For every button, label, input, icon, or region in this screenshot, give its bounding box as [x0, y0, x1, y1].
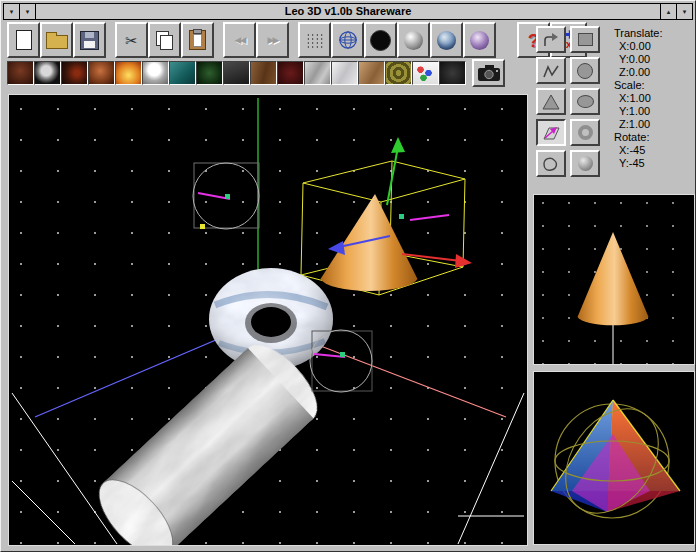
triangle-icon [541, 94, 561, 110]
minimize-button[interactable]: ▴ [660, 4, 676, 19]
maximize-button[interactable]: ▾ [676, 4, 692, 19]
shape-tool-palette [536, 26, 604, 177]
scene-canvas [9, 95, 527, 545]
texture-swatch-sandstone[interactable] [358, 61, 385, 85]
texture-swatch-fire-orange[interactable] [115, 61, 142, 85]
texture-swatch-marble-gray[interactable] [304, 61, 331, 85]
ellipse-icon [577, 95, 594, 108]
scale-z-value: Z:1.00 [614, 118, 696, 131]
scale-y-value: Y:1.00 [614, 105, 696, 118]
back-button[interactable]: ◀◀ [223, 22, 256, 58]
texture-palette [7, 60, 505, 86]
torus-ring-icon [578, 125, 593, 140]
torus-tool-button[interactable] [570, 119, 600, 146]
rotate-label: Rotate: [614, 131, 696, 144]
paste-button[interactable] [181, 22, 214, 58]
save-floppy-icon [80, 31, 99, 50]
texture-swatch-spiral-olive[interactable] [385, 61, 412, 85]
texture-swatch-charcoal[interactable] [223, 61, 250, 85]
app-window: ▾ ▾ Leo 3D v1.0b Shareware ▴ ▾ ✂ ◀◀ ▶▶ [0, 0, 696, 552]
wireframe-globe-icon [338, 30, 358, 50]
window-menu-glyph: ▾ [26, 8, 30, 16]
forward-arrows-icon: ▶▶ [268, 36, 278, 45]
textured-sphere-icon [437, 31, 456, 50]
cone-tool-button[interactable] [536, 88, 566, 115]
ellipsoid-tool-button[interactable] [570, 88, 600, 115]
freeform-blob-icon [541, 155, 561, 172]
wireframe-view-button[interactable] [331, 22, 364, 58]
copy-icon [156, 31, 169, 46]
window-menu-button[interactable]: ▾ [20, 4, 36, 19]
textured-view-button[interactable] [430, 22, 463, 58]
camera-icon [477, 65, 501, 82]
parallelogram-arrow-icon [541, 125, 561, 141]
camera-orbit-preview[interactable] [533, 371, 695, 545]
side-view-preview[interactable] [533, 194, 695, 365]
scale-x-value: X:1.00 [614, 92, 696, 105]
open-folder-icon [46, 35, 68, 49]
handle-yellow-1[interactable] [200, 224, 205, 229]
translate-tool-button[interactable] [536, 119, 566, 146]
texture-swatch-mars-red[interactable] [88, 61, 115, 85]
texture-swatch-sea-teal[interactable] [169, 61, 196, 85]
texture-swatch-lava-rock[interactable] [61, 61, 88, 85]
texture-swatch-slate-dark[interactable] [439, 61, 466, 85]
rotate-x-value: X:-45 [614, 144, 696, 157]
circle-icon [577, 63, 593, 79]
system-menu-glyph: ▾ [10, 8, 14, 16]
forward-button[interactable]: ▶▶ [256, 22, 289, 58]
shaded-view-button[interactable] [397, 22, 430, 58]
back-arrows-icon: ◀◀ [235, 36, 245, 45]
texture-swatch-marble-white[interactable] [331, 61, 358, 85]
handle-green-2[interactable] [399, 214, 404, 219]
texture-swatch-planet-gray[interactable] [34, 61, 61, 85]
dot-grid-icon [305, 32, 324, 48]
scissors-icon: ✂ [125, 33, 138, 48]
scale-label: Scale: [614, 79, 696, 92]
cut-button[interactable]: ✂ [115, 22, 148, 58]
system-menu-button[interactable]: ▾ [4, 4, 20, 19]
translate-z-value: Z:0.00 [614, 66, 696, 79]
texture-swatch-cloud-sphere[interactable] [142, 61, 169, 85]
shaded-sphere-icon [404, 31, 423, 50]
save-file-button[interactable] [73, 22, 106, 58]
new-file-button[interactable] [7, 22, 40, 58]
transform-status: Translate: X:0.00 Y:0.00 Z:0.00 Scale: X… [614, 27, 696, 170]
flat-sphere-icon [370, 30, 391, 51]
rendered-sphere-icon [470, 31, 489, 50]
handle-green-1[interactable] [225, 194, 230, 199]
texture-swatch-moss-green[interactable] [196, 61, 223, 85]
grid-view-button[interactable] [298, 22, 331, 58]
handle-green-3[interactable] [340, 352, 345, 357]
translate-x-value: X:0.00 [614, 40, 696, 53]
box-icon [578, 33, 593, 46]
bend-arrow-icon [541, 32, 561, 48]
texture-swatch-color-palette[interactable] [412, 61, 439, 85]
polyline-tool-button[interactable] [536, 57, 566, 84]
polyline-icon [541, 63, 561, 79]
sphere-tool-button[interactable] [570, 57, 600, 84]
translate-y-value: Y:0.00 [614, 53, 696, 66]
capture-camera-button[interactable] [472, 59, 505, 87]
clipboard-icon [189, 30, 206, 50]
texture-swatch-rust-dark[interactable] [7, 61, 34, 85]
shaded-sphere-tool-button[interactable] [570, 150, 600, 177]
main-toolbar: ✂ ◀◀ ▶▶ ? [7, 22, 587, 59]
texture-swatch-wood-brown[interactable] [250, 61, 277, 85]
bend-arrow-tool-button[interactable] [536, 26, 566, 53]
copy-button[interactable] [148, 22, 181, 58]
titlebar: ▾ ▾ Leo 3D v1.0b Shareware ▴ ▾ [3, 3, 693, 20]
minimize-icon: ▴ [667, 8, 671, 16]
flat-view-button[interactable] [364, 22, 397, 58]
open-file-button[interactable] [40, 22, 73, 58]
rendered-view-button[interactable] [463, 22, 496, 58]
freeform-tool-button[interactable] [536, 150, 566, 177]
new-file-icon [16, 30, 32, 50]
texture-swatch-maroon[interactable] [277, 61, 304, 85]
translate-label: Translate: [614, 27, 696, 40]
shaded-sphere-tool-icon [578, 156, 593, 171]
box-tool-button[interactable] [570, 26, 600, 53]
window-title: Leo 3D v1.0b Shareware [36, 4, 660, 19]
main-3d-viewport[interactable] [8, 94, 528, 546]
rotate-y-value: Y:-45 [614, 157, 696, 170]
